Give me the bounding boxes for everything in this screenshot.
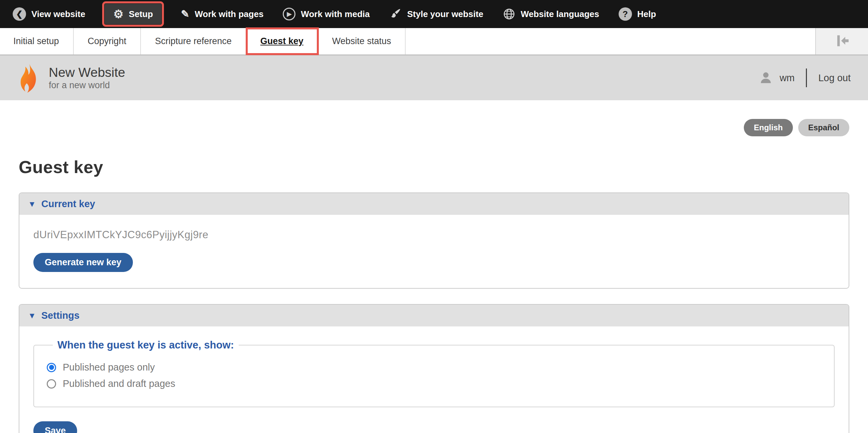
- current-key-panel-body: dUriVEpxxIMTCkYJC9c6PyijjyKgj9re Generat…: [19, 215, 849, 288]
- settings-panel-header[interactable]: ▼ Settings: [19, 305, 849, 326]
- person-icon: [759, 71, 773, 85]
- tab-website-status[interactable]: Website status: [318, 28, 406, 54]
- site-header: New Website for a new world wm Log out: [0, 55, 868, 100]
- gear-icon: ⚙: [113, 8, 123, 20]
- logout-link[interactable]: Log out: [818, 73, 850, 84]
- globe-icon: [503, 8, 516, 20]
- generate-new-key-button[interactable]: Generate new key: [33, 253, 133, 272]
- top-nav-items: ❮View website⚙Setup✎Work with pages▶Work…: [13, 4, 656, 24]
- current-key-panel-title: Current key: [41, 198, 95, 209]
- tab-label: Scripture reference: [155, 36, 232, 47]
- tab-list: Initial setupCopyrightScripture referenc…: [0, 28, 815, 54]
- radio-unselected-icon[interactable]: [47, 379, 56, 388]
- header-user-area: wm Log out: [759, 68, 850, 87]
- site-title-block: New Website for a new world: [49, 65, 125, 90]
- settings-panel-title: Settings: [41, 310, 80, 321]
- triangle-down-icon: ▼: [28, 199, 36, 209]
- site-brand: New Website for a new world: [19, 62, 125, 94]
- nav-item-help[interactable]: ?Help: [619, 7, 656, 21]
- radio-option-published-and-draft-pages[interactable]: Published and draft pages: [47, 378, 824, 389]
- nav-item-website-languages[interactable]: Website languages: [503, 8, 599, 20]
- page-title: Guest key: [19, 157, 849, 177]
- flame-logo: [19, 62, 39, 94]
- nav-item-setup[interactable]: ⚙Setup: [104, 4, 162, 24]
- top-nav: ❮View website⚙Setup✎Work with pages▶Work…: [0, 0, 868, 28]
- tab-label: Guest key: [260, 36, 304, 47]
- radio-selected-icon[interactable]: [47, 363, 56, 372]
- language-switcher: EnglishEspañol: [19, 119, 849, 136]
- user-name: wm: [779, 73, 795, 84]
- collapse-left-icon: [833, 31, 851, 52]
- tab-scripture-reference[interactable]: Scripture reference: [141, 28, 246, 54]
- nav-item-work-with-pages[interactable]: ✎Work with pages: [181, 9, 264, 19]
- current-key-panel-header[interactable]: ▼ Current key: [19, 193, 849, 215]
- collapse-panel-button[interactable]: [815, 28, 868, 54]
- app-root: ❮View website⚙Setup✎Work with pages▶Work…: [0, 0, 868, 433]
- nav-item-style-your-website[interactable]: Style your website: [389, 8, 483, 20]
- nav-item-label: View website: [31, 9, 85, 19]
- site-title: New Website: [49, 65, 125, 80]
- radio-option-label[interactable]: Published pages only: [63, 362, 155, 373]
- save-button[interactable]: Save: [33, 421, 77, 433]
- tab-label: Initial setup: [13, 36, 59, 47]
- tab-guest-key[interactable]: Guest key: [246, 28, 318, 54]
- nav-item-label: Style your website: [407, 9, 483, 19]
- nav-item-label: Work with media: [301, 9, 370, 19]
- chevron-left-circle-icon: ❮: [13, 7, 26, 21]
- nav-item-work-with-media[interactable]: ▶Work with media: [283, 8, 370, 20]
- paintbrush-icon: [389, 8, 402, 20]
- play-circle-icon: ▶: [283, 8, 296, 20]
- nav-item-view-website[interactable]: ❮View website: [13, 7, 85, 21]
- radio-group: Published pages onlyPublished and draft …: [47, 362, 824, 389]
- nav-item-label: Website languages: [521, 9, 599, 19]
- language-pill-english[interactable]: English: [744, 119, 793, 136]
- guest-key-active-fieldset: When the guest key is active, show: Publ…: [33, 339, 835, 407]
- tab-initial-setup[interactable]: Initial setup: [0, 28, 74, 54]
- fieldset-legend: When the guest key is active, show:: [53, 339, 239, 351]
- tab-label: Website status: [332, 36, 391, 47]
- settings-panel-body: When the guest key is active, show: Publ…: [19, 326, 849, 433]
- tab-copyright[interactable]: Copyright: [74, 28, 141, 54]
- radio-option-label[interactable]: Published and draft pages: [63, 378, 175, 389]
- radio-option-published-pages-only[interactable]: Published pages only: [47, 362, 824, 373]
- question-circle-icon: ?: [619, 7, 632, 21]
- pencil-icon: ✎: [181, 9, 189, 19]
- nav-item-label: Help: [637, 9, 656, 19]
- nav-item-label: Work with pages: [195, 9, 264, 19]
- nav-item-label: Setup: [129, 9, 153, 19]
- tab-bar: Initial setupCopyrightScripture referenc…: [0, 28, 868, 55]
- current-key-panel: ▼ Current key dUriVEpxxIMTCkYJC9c6Pyijjy…: [19, 193, 849, 289]
- tab-label: Copyright: [88, 36, 127, 47]
- header-divider: [806, 68, 807, 87]
- guest-key-value: dUriVEpxxIMTCkYJC9c6PyijjyKgj9re: [33, 229, 835, 241]
- settings-panel: ▼ Settings When the guest key is active,…: [19, 304, 849, 433]
- main-content: EnglishEspañol Guest key ▼ Current key d…: [0, 119, 868, 433]
- site-subtitle: for a new world: [49, 80, 125, 90]
- language-pill-español[interactable]: Español: [798, 119, 849, 136]
- triangle-down-icon: ▼: [28, 311, 36, 320]
